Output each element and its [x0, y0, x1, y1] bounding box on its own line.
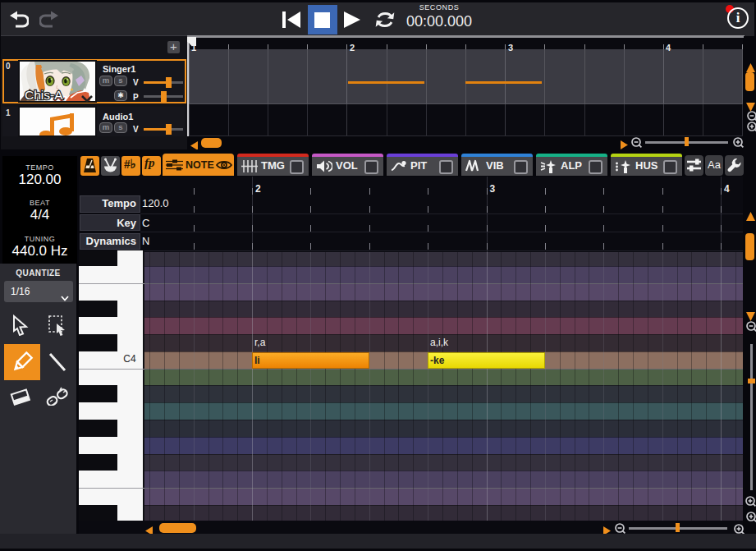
svg-text:Chis-A: Chis-A	[25, 88, 63, 102]
